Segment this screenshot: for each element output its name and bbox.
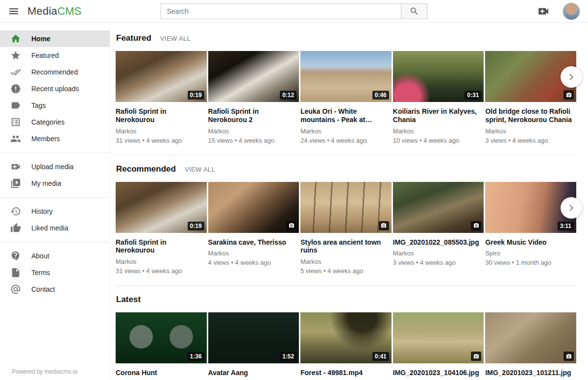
media-meta: 31 views • 4 weeks ago (116, 267, 207, 275)
sidebar-item-tags[interactable]: Tags (0, 97, 110, 114)
media-card[interactable]: Old bridge close to Rafioli sprint, Nero… (485, 51, 576, 144)
media-card[interactable]: IMG_20201022_085503.jpg Markos 3 views •… (393, 182, 484, 275)
media-title[interactable]: IMG_20201023_104106.jpg (393, 369, 481, 377)
media-title[interactable]: Stylos area ancient town ruins (300, 238, 389, 255)
sidebar-item-upload-media[interactable]: Upload media (0, 158, 110, 175)
search-bar (161, 3, 428, 19)
media-title[interactable]: Rafioli Sprint in Nerokourou 2 (208, 107, 296, 124)
user-avatar[interactable] (563, 2, 580, 20)
hamburger-menu-icon[interactable] (0, 0, 27, 23)
media-title[interactable]: Forest - 49981.mp4 (300, 369, 389, 377)
search-input[interactable] (161, 3, 402, 19)
media-author[interactable]: Markos (208, 127, 299, 135)
media-author[interactable]: Markos (393, 250, 484, 257)
sidebar-item-label: Categories (31, 118, 65, 126)
media-card[interactable]: Sarakina cave, Therisso Markos 4 views •… (208, 182, 299, 275)
media-card[interactable]: 0:41 Forest - 49981.mp4 test 17 views • … (300, 312, 392, 380)
sidebar-item-about[interactable]: About (0, 248, 110, 264)
media-card[interactable]: IMG_20201023_104106.jpg Markos 4 views •… (393, 312, 484, 380)
media-card[interactable]: 0:19 Rafioli Sprint in Nerokourou Markos… (116, 51, 207, 144)
media-card[interactable]: 0:19 Rafioli Sprint in Nerokourou Markos… (116, 182, 207, 275)
view-all-link[interactable]: VIEW ALL (160, 35, 191, 42)
home-icon (10, 33, 22, 45)
media-title[interactable]: Avatar Aang (208, 369, 296, 377)
sidebar-item-liked-media[interactable]: Liked media (0, 220, 110, 236)
media-card[interactable]: 1:36 Corona Hunt Dickson Jr. 6 views • 4… (116, 312, 207, 380)
media-thumbnail[interactable]: 0:19 (116, 182, 207, 233)
history-icon (10, 205, 22, 217)
media-author[interactable]: Markos (485, 127, 576, 135)
duration-badge: 0:46 (372, 91, 389, 100)
sidebar-item-featured[interactable]: Featured (0, 47, 110, 64)
media-thumbnail[interactable] (208, 182, 299, 233)
duration-badge: 1:52 (280, 352, 296, 361)
media-title[interactable]: Corona Hunt (116, 369, 204, 377)
logo-part1: Media (27, 5, 57, 18)
sidebar-group: History Liked media (0, 197, 110, 236)
upload-media-icon[interactable] (537, 5, 550, 18)
media-thumbnail[interactable]: 0:46 (300, 51, 392, 102)
media-author[interactable]: Spiro (485, 250, 576, 257)
sidebar-group: About Terms Contact (0, 242, 110, 298)
media-card[interactable]: 1:52 Avatar Aang Dickson Jr. 12 views • … (208, 312, 299, 380)
sidebar-item-recent-uploads[interactable]: Recent uploads (0, 80, 110, 97)
media-card[interactable]: 3:11 Greek Music Video Spiro 30 views • … (485, 182, 576, 275)
media-title[interactable]: Sarakina cave, Therisso (208, 238, 296, 247)
photo-icon (471, 352, 481, 361)
section-recommended: Recommended VIEW ALL 0:19 Rafioli Sprint… (116, 164, 576, 286)
star-icon (10, 50, 22, 61)
sidebar-item-terms[interactable]: Terms (0, 264, 110, 281)
media-title[interactable]: Rafioli Sprint in Nerokourou (116, 107, 204, 124)
media-card[interactable]: 0:46 Leuka Ori - White mountains - Peak … (300, 51, 392, 144)
media-thumbnail[interactable]: 0:41 (300, 312, 392, 363)
media-title[interactable]: Rafioli Sprint in Nerokourou (116, 238, 204, 255)
sidebar-item-contact[interactable]: Contact (0, 281, 110, 298)
sidebar-item-label: My media (31, 179, 61, 187)
media-title[interactable]: Koiliaris River in Kalyves, Chania (393, 107, 481, 124)
sidebar-group: Upload media My media (0, 152, 110, 192)
media-card[interactable]: Stylos area ancient town ruins Markos 5 … (300, 182, 392, 275)
media-author[interactable]: Markos (300, 127, 392, 135)
search-button[interactable] (401, 3, 428, 19)
media-author[interactable]: Markos (116, 258, 207, 265)
media-title[interactable]: Old bridge close to Rafioli sprint, Nero… (485, 107, 573, 124)
media-thumbnail[interactable] (300, 182, 392, 233)
sidebar-item-history[interactable]: History (0, 203, 110, 220)
media-card[interactable]: 0:12 Rafioli Sprint in Nerokourou 2 Mark… (208, 51, 299, 144)
photo-icon (564, 90, 574, 100)
media-thumbnail[interactable]: 1:52 (208, 312, 299, 363)
media-thumbnail[interactable] (485, 312, 576, 363)
sidebar-item-my-media[interactable]: My media (0, 175, 110, 192)
next-arrow-button[interactable] (561, 197, 582, 219)
sidebar-item-categories[interactable]: Categories (0, 114, 110, 130)
sidebar-item-recommended[interactable]: Recommended (0, 64, 110, 80)
media-thumbnail[interactable] (393, 312, 484, 363)
next-arrow-button[interactable] (561, 66, 582, 88)
done-all-icon (10, 66, 22, 78)
media-author[interactable]: Markos (393, 127, 484, 135)
media-card[interactable]: 0:31 Koiliaris River in Kalyves, Chania … (393, 51, 484, 144)
media-title[interactable]: IMG_20201023_101211.jpg (485, 369, 573, 377)
media-title[interactable]: Leuka Ori - White mountains - Peak at 24… (300, 107, 389, 124)
sidebar-item-home[interactable]: Home (0, 30, 110, 47)
media-thumbnail[interactable]: 0:31 (393, 51, 484, 102)
media-author[interactable]: Markos (208, 250, 299, 257)
media-thumbnail[interactable]: 1:36 (116, 312, 207, 363)
media-card[interactable]: IMG_20201023_101211.jpg Markos 4 views •… (485, 312, 576, 380)
new-releases-icon (10, 83, 22, 95)
sidebar-item-members[interactable]: Members (0, 130, 110, 147)
view-all-link[interactable]: VIEW ALL (185, 166, 215, 173)
media-meta: 31 views • 4 weeks ago (116, 137, 207, 144)
media-author[interactable]: Markos (116, 127, 207, 135)
media-row: 1:36 Corona Hunt Dickson Jr. 6 views • 4… (116, 312, 576, 380)
photo-icon (471, 221, 481, 230)
logo[interactable]: MediaCMS (27, 5, 81, 18)
media-title[interactable]: Greek Music Video (485, 238, 573, 247)
media-thumbnail[interactable] (393, 182, 484, 233)
top-bar: MediaCMS (0, 0, 588, 23)
sidebar-item-label: History (31, 207, 53, 215)
media-title[interactable]: IMG_20201022_085503.jpg (393, 238, 481, 247)
media-thumbnail[interactable]: 0:12 (208, 51, 299, 102)
media-author[interactable]: Markos (300, 258, 392, 265)
media-thumbnail[interactable]: 0:19 (116, 51, 207, 102)
